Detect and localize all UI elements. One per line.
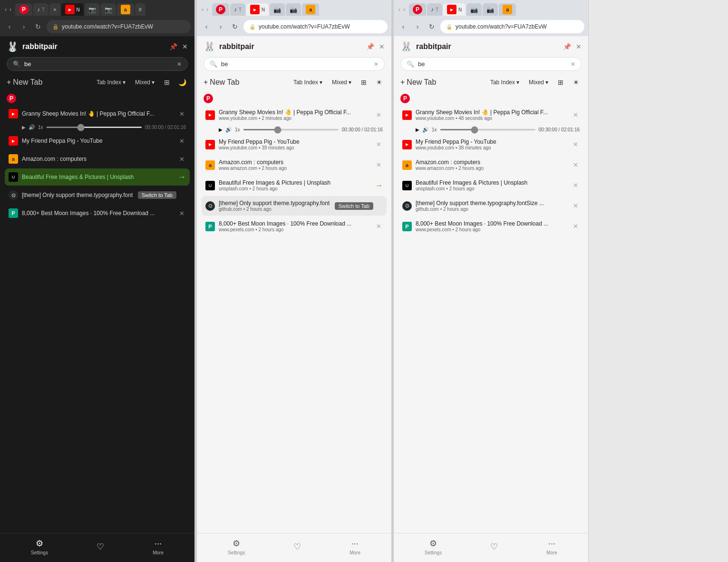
- switch-to-tab-tooltip-light1[interactable]: Switch to Tab: [335, 202, 373, 210]
- tab-close-amazon-light1[interactable]: ✕: [374, 161, 383, 169]
- tab-nav-prev[interactable]: ‹: [4, 5, 8, 14]
- tab-instagram-light2[interactable]: 📷: [466, 3, 482, 16]
- tab-amazon-light2[interactable]: a: [499, 3, 516, 16]
- play-icon-dark[interactable]: ▶: [22, 125, 26, 130]
- play-icon-light1[interactable]: ▶: [219, 127, 223, 132]
- tab-close-granny-light1[interactable]: ✕: [374, 111, 383, 119]
- tab-instagram2-light1[interactable]: 📷: [286, 3, 301, 16]
- search-clear-light2[interactable]: ✕: [571, 61, 575, 68]
- tab-item-pexels-dark[interactable]: P 8,000+ Best Moon Images · 100% Free Do…: [5, 205, 190, 222]
- tab-item-github-light1[interactable]: ⊙ [theme] Only support theme.typography.…: [202, 196, 387, 216]
- tab-item-peppa-light1[interactable]: ▶ My Friend Peppa Pig - YouTube www.yout…: [202, 135, 387, 154]
- tab-nav-next-light1[interactable]: ›: [205, 5, 209, 14]
- tab-hash[interactable]: #: [135, 3, 146, 16]
- switch-to-tab-tooltip-dark[interactable]: Switch to Tab: [138, 191, 176, 199]
- search-input-light1[interactable]: [221, 60, 370, 68]
- pin-icon-dark[interactable]: 📌: [169, 43, 177, 50]
- tab-close-peppa-light1[interactable]: ✕: [374, 140, 383, 149]
- tab-tiktok[interactable]: ♪ T: [33, 3, 49, 16]
- theme-toggle-light2[interactable]: ☀: [570, 77, 582, 88]
- volume-icon-light2[interactable]: 🔊: [422, 127, 429, 133]
- close-icon-light1[interactable]: ✕: [379, 43, 385, 50]
- tab-item-peppa-light2[interactable]: ▶ My Friend Peppa Pig - YouTube www.yout…: [398, 135, 583, 154]
- reload-button-light1[interactable]: ↻: [229, 21, 241, 32]
- back-button-light1[interactable]: ‹: [201, 21, 212, 32]
- tab-instagram2[interactable]: 📷: [101, 3, 116, 16]
- mixed-dropdown-light1[interactable]: Mixed ▾: [329, 78, 354, 87]
- favorites-button-light1[interactable]: ♡: [293, 542, 301, 552]
- volume-icon-dark[interactable]: 🔊: [29, 124, 35, 130]
- tab-close-github-light2[interactable]: ✕: [571, 202, 580, 210]
- tab-instagram[interactable]: 📷: [85, 3, 100, 16]
- tab-item-unsplash-light1[interactable]: U Beautiful Free Images & Pictures | Uns…: [202, 176, 387, 195]
- mixed-dropdown-light2[interactable]: Mixed ▾: [526, 78, 551, 87]
- tab-close-x[interactable]: ×: [49, 3, 60, 16]
- new-tab-button-light1[interactable]: + New Tab: [204, 78, 239, 87]
- settings-button-dark[interactable]: ⚙ Settings: [31, 538, 48, 555]
- tab-item-granny-light1[interactable]: ▶ Granny Sheep Movies In! 🤚 | Peppa Pig …: [202, 105, 387, 125]
- volume-icon-light1[interactable]: 🔊: [225, 127, 232, 133]
- tab-close-pexels-light1[interactable]: ✕: [374, 222, 383, 231]
- tab-item-github-dark[interactable]: ⊙ [theme] Only support theme.typography.…: [5, 187, 190, 204]
- grid-icon-light1[interactable]: ⊞: [358, 77, 369, 88]
- media-scrubber-dark[interactable]: [46, 127, 142, 128]
- url-bar-dark[interactable]: 🔒 youtube.com/watch?v=FUA7zbEvW: [47, 20, 191, 33]
- new-tab-button-light2[interactable]: + New Tab: [400, 78, 436, 87]
- tab-nav-prev-light2[interactable]: ‹: [398, 5, 401, 14]
- grid-icon-light2[interactable]: ⊞: [555, 77, 566, 88]
- settings-button-light2[interactable]: ⚙ Settings: [425, 538, 442, 555]
- url-bar-light2[interactable]: 🔒 youtube.com/watch?v=FUA7zbEvW: [440, 20, 584, 33]
- reload-button[interactable]: ↻: [32, 21, 44, 32]
- media-scrubber-light1[interactable]: [243, 129, 339, 130]
- tab-item-pexels-light1[interactable]: P 8,000+ Best Moon Images · 100% Free Do…: [202, 217, 387, 236]
- pinned-pinterest-light2[interactable]: P: [400, 94, 410, 103]
- tab-close-unsplash-light2[interactable]: ✕: [571, 181, 580, 190]
- theme-toggle-light1[interactable]: ☀: [373, 77, 385, 88]
- reload-button-light2[interactable]: ↻: [426, 21, 437, 32]
- search-input-dark[interactable]: [24, 60, 173, 68]
- mixed-dropdown-dark[interactable]: Mixed ▾: [132, 78, 157, 87]
- grid-icon-dark[interactable]: ⊞: [161, 77, 173, 88]
- tab-index-dropdown-dark[interactable]: Tab Index ▾: [94, 78, 128, 87]
- url-bar-light1[interactable]: 🔒 youtube.com/watch?v=FUA7zbEvW: [243, 20, 388, 33]
- tab-amazon[interactable]: a: [117, 3, 134, 16]
- back-button-light2[interactable]: ‹: [398, 21, 409, 32]
- forward-button-light1[interactable]: ›: [215, 21, 226, 32]
- tab-close-peppa-light2[interactable]: ✕: [571, 140, 580, 149]
- tab-pinterest-light2[interactable]: P: [409, 3, 426, 16]
- back-button[interactable]: ‹: [4, 21, 15, 32]
- search-input-light2[interactable]: [418, 60, 567, 68]
- more-button-dark[interactable]: ··· More: [153, 539, 164, 555]
- tab-youtube-active[interactable]: ▶ N: [61, 3, 84, 16]
- close-icon-light2[interactable]: ✕: [576, 43, 582, 50]
- tab-close-amazon-light2[interactable]: ✕: [571, 161, 580, 169]
- tab-nav-next-light2[interactable]: ›: [402, 5, 406, 14]
- tab-youtube-active-light1[interactable]: ▶ N: [246, 3, 269, 16]
- more-button-light2[interactable]: ··· More: [546, 539, 557, 555]
- tab-pinterest-light1[interactable]: P: [212, 3, 229, 16]
- tab-item-unsplash-dark[interactable]: U Beautiful Free Images & Pictures | Uns…: [5, 168, 190, 186]
- pin-icon-light1[interactable]: 📌: [366, 43, 374, 50]
- play-icon-light2[interactable]: ▶: [416, 127, 419, 132]
- tab-item-amazon-dark[interactable]: a Amazon.com : computers ✕: [5, 150, 190, 168]
- pinned-pinterest-dark[interactable]: P: [7, 94, 16, 103]
- tab-nav-next[interactable]: ›: [9, 5, 12, 14]
- pin-icon-light2[interactable]: 📌: [563, 43, 571, 50]
- close-icon-dark[interactable]: ✕: [182, 43, 188, 50]
- favorites-button-dark[interactable]: ♡: [97, 542, 104, 552]
- pinned-pinterest-light1[interactable]: P: [204, 94, 213, 103]
- tab-index-dropdown-light1[interactable]: Tab Index ▾: [291, 78, 325, 87]
- tab-tiktok-light2[interactable]: ♪ T: [427, 3, 442, 16]
- tab-item-unsplash-light2[interactable]: U Beautiful Free Images & Pictures | Uns…: [398, 176, 583, 195]
- tab-index-dropdown-light2[interactable]: Tab Index ▾: [487, 78, 522, 87]
- media-scrubber-light2[interactable]: [440, 129, 536, 130]
- forward-button-light2[interactable]: ›: [412, 21, 423, 32]
- tab-item-granny-light2[interactable]: ▶ Granny Sheep Movies In! 🤚 | Peppa Pig …: [398, 105, 583, 125]
- search-clear-light1[interactable]: ✕: [374, 61, 379, 68]
- tab-item-amazon-light2[interactable]: a Amazon.com : computers www.amazon.com …: [398, 155, 583, 175]
- tab-close-granny-dark[interactable]: ✕: [177, 109, 186, 118]
- tab-item-pexels-light2[interactable]: P 8,000+ Best Moon Images · 100% Free Do…: [398, 217, 583, 236]
- tab-nav-prev-light1[interactable]: ‹: [201, 5, 204, 14]
- tab-close-peppa-dark[interactable]: ✕: [177, 137, 186, 145]
- tab-close-pexels-dark[interactable]: ✕: [177, 209, 186, 217]
